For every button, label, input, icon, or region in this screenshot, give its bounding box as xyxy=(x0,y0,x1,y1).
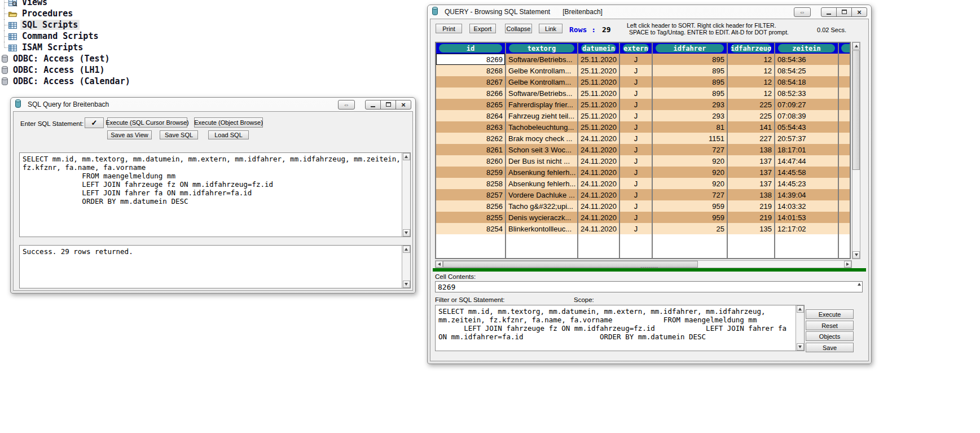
cell-datumein[interactable]: 24.11.2020 xyxy=(578,167,620,178)
scroll-left-icon[interactable] xyxy=(436,261,443,268)
cell-textorg[interactable]: Denis wycieraczk... xyxy=(506,212,578,223)
column-header-zeitein[interactable]: zeitein xyxy=(775,43,839,54)
cell-id[interactable]: 8264 xyxy=(436,110,506,121)
cell-datumein[interactable]: 24.11.2020 xyxy=(578,189,620,200)
cell-extern[interactable]: J xyxy=(620,167,653,178)
cell-textorg[interactable]: Der Bus ist nicht ... xyxy=(506,155,578,167)
scroll-down-icon[interactable] xyxy=(797,343,804,351)
cell-id[interactable]: 8261 xyxy=(436,144,506,155)
cell-zeitein[interactable]: 14:45:58 xyxy=(775,167,839,178)
save-as-view-button[interactable]: Save as View xyxy=(107,130,152,139)
cell-id[interactable]: 8265 xyxy=(436,99,506,110)
filter-sql-textarea[interactable]: SELECT mm.id, mm.textorg, mm.datumein, m… xyxy=(435,305,805,351)
cell-extern[interactable]: J xyxy=(620,178,653,189)
cell-idfahrzeug[interactable]: 12 xyxy=(728,65,775,76)
cell-idfahrzeug[interactable]: 137 xyxy=(728,155,775,167)
cell-zeitein[interactable]: 08:54:25 xyxy=(775,65,839,76)
cell-textorg[interactable]: Schon seit 3 Woc... xyxy=(506,144,578,155)
maximize-button[interactable] xyxy=(380,100,396,110)
tree-item[interactable]: Command Scripts xyxy=(1,30,132,42)
cell-datumein[interactable]: 24.11.2020 xyxy=(578,212,620,223)
collapse-button[interactable]: Collapse xyxy=(505,24,532,33)
cell-idfahrer[interactable]: 1151 xyxy=(653,133,728,144)
tree-item[interactable]: ISAM Scripts xyxy=(1,42,132,53)
cell-datumein[interactable]: 24.11.2020 xyxy=(578,200,620,212)
cell-extern[interactable]: J xyxy=(620,144,653,155)
tree-item[interactable]: Views xyxy=(1,0,132,8)
cell-zeitein[interactable]: 05:54:43 xyxy=(775,121,839,133)
filter-sql-text[interactable]: SELECT mm.id, mm.textorg, mm.datumein, m… xyxy=(436,305,796,351)
cell-idfahrer[interactable]: 920 xyxy=(653,155,728,167)
scroll-up-icon[interactable] xyxy=(858,283,861,286)
save-button[interactable]: Save xyxy=(806,343,854,352)
table-vertical-scrollbar[interactable] xyxy=(852,42,860,259)
cell-idfahrzeug[interactable]: 137 xyxy=(728,167,775,178)
print-button[interactable]: Print xyxy=(436,24,462,33)
cell-idfahrer[interactable]: 959 xyxy=(653,212,728,223)
cell-idfahrer[interactable]: 895 xyxy=(653,76,728,88)
filter-textarea-scrollbar[interactable] xyxy=(796,305,804,351)
cell-idfahrzeug[interactable]: 138 xyxy=(728,189,775,200)
cell-id[interactable]: 8258 xyxy=(436,178,506,189)
cell-textorg[interactable]: Fahrerdisplay frier... xyxy=(506,99,578,110)
cell-textorg[interactable]: Tacho g&#322;upi... xyxy=(506,200,578,212)
tree-item[interactable]: SQL Scripts xyxy=(1,19,132,30)
cell-extern[interactable]: J xyxy=(620,65,653,76)
link-button[interactable]: Link xyxy=(539,24,562,33)
cell-zeitein[interactable]: 14:01:53 xyxy=(775,212,839,223)
execute-sql-cursor-browse-button[interactable]: Execute (SQL Cursor Browse) xyxy=(107,117,187,128)
cell-id[interactable]: 8257 xyxy=(436,189,506,200)
cell-datumein[interactable]: 24.11.2020 xyxy=(578,144,620,155)
scroll-up-icon[interactable] xyxy=(797,305,804,313)
scroll-right-icon[interactable] xyxy=(844,261,851,268)
sql-statement-textarea[interactable]: SELECT mm.id, mm.textorg, mm.datumein, m… xyxy=(19,152,411,237)
cell-idfahrer[interactable]: 920 xyxy=(653,178,728,189)
cell-datumein[interactable]: 24.11.2020 xyxy=(578,223,620,234)
cell-zeitein[interactable]: 14:47:44 xyxy=(775,155,839,167)
objects-button[interactable]: Objects xyxy=(806,331,854,341)
cell-idfahrer[interactable]: 293 xyxy=(653,110,728,121)
cell-idfahrzeug[interactable]: 137 xyxy=(728,178,775,189)
cell-idfahrer[interactable]: 727 xyxy=(653,189,728,200)
cell-zeitein[interactable]: 08:52:33 xyxy=(775,88,839,99)
query-window-titlebar[interactable]: QUERY - Browsing SQL Statement [Breitenb… xyxy=(428,5,871,19)
cell-id[interactable]: 8267 xyxy=(436,76,506,88)
execute-object-browse-button[interactable]: Execute (Object Browse) xyxy=(194,117,263,128)
cell-idfahrer[interactable]: 895 xyxy=(653,88,728,99)
cell-textorg[interactable]: Gelbe Kontrollam... xyxy=(506,65,578,76)
export-button[interactable]: Export xyxy=(469,24,496,33)
cell-id[interactable]: 8269 xyxy=(436,54,506,65)
save-sql-button[interactable]: Save SQL xyxy=(160,130,198,139)
tree-item[interactable]: ODBC: Access (LH1) xyxy=(1,64,132,76)
tree-item[interactable]: ODBC: Access (Calendar) xyxy=(1,76,132,87)
cell-textorg[interactable]: Fahrzeug zieht teil... xyxy=(506,110,578,121)
cell-idfahrzeug[interactable]: 12 xyxy=(728,88,775,99)
column-header-textorg[interactable]: textorg xyxy=(506,43,578,54)
cell-textorg[interactable]: Tachobeleuchtung... xyxy=(506,121,578,133)
cell-extern[interactable]: J xyxy=(620,200,653,212)
minimize-button[interactable] xyxy=(365,100,381,110)
cell-idfahrzeug[interactable]: 12 xyxy=(728,54,775,65)
column-header-id[interactable]: id xyxy=(436,43,506,54)
cell-extern[interactable]: J xyxy=(620,88,653,99)
cell-idfahrzeug[interactable]: 135 xyxy=(728,223,775,234)
cell-idfahrer[interactable]: 959 xyxy=(653,200,728,212)
scroll-up-icon[interactable] xyxy=(403,153,410,160)
cell-datumein[interactable]: 25.11.2020 xyxy=(578,110,620,121)
cell-textorg[interactable]: Absenkung fehlerh... xyxy=(506,178,578,189)
sql-window-titlebar[interactable]: SQL Query for Breitenbach ⇔ × xyxy=(11,98,415,111)
scroll-up-icon[interactable] xyxy=(403,246,410,253)
cell-datumein[interactable]: 25.11.2020 xyxy=(578,99,620,110)
status-textarea-scrollbar[interactable] xyxy=(402,246,410,288)
cell-textorg[interactable]: Blinkerkontollleuc... xyxy=(506,223,578,234)
sql-status-textarea[interactable]: Success. 29 rows returned. xyxy=(19,245,411,288)
cell-id[interactable]: 8256 xyxy=(436,200,506,212)
cell-textorg[interactable]: Vordere Dachluke ... xyxy=(506,189,578,200)
maximize-button[interactable] xyxy=(836,7,852,17)
cell-extern[interactable]: J xyxy=(620,99,653,110)
column-header-extern[interactable]: extern xyxy=(620,43,653,54)
check-sql-button[interactable]: ✓ xyxy=(85,117,104,128)
cell-textorg[interactable]: Gelbe Kontrollam... xyxy=(506,76,578,88)
cell-id[interactable]: 8266 xyxy=(436,88,506,99)
swap-window-button[interactable]: ⇔ xyxy=(794,7,811,17)
